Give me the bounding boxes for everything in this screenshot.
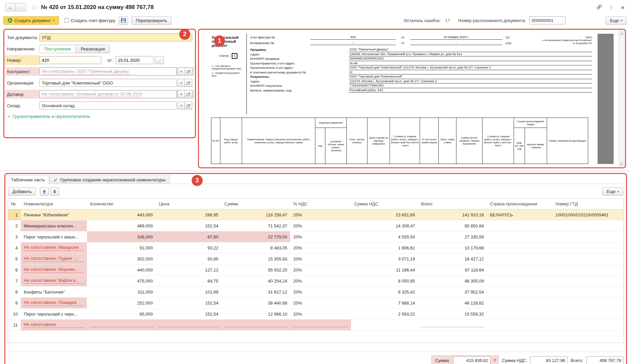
- table-row[interactable]: 10Пирог тирольский с черн...85,000152,54…: [8, 309, 623, 320]
- cell-vat[interactable]: 20%: [290, 209, 351, 220]
- cell-total[interactable]: 18 427,12: [418, 253, 487, 264]
- col-nomenclature[interactable]: Номенклатура: [21, 199, 87, 209]
- cell-price[interactable]: 152,54: [156, 220, 221, 231]
- cell-qty[interactable]: 443,000: [87, 209, 156, 220]
- cell-price[interactable]: 67,80: [156, 231, 221, 242]
- cell-country[interactable]: [487, 320, 552, 331]
- cell-gtd[interactable]: [552, 231, 623, 242]
- sum-question-mark[interactable]: ?: [494, 358, 497, 363]
- cell-total[interactable]: 46 128,82: [418, 298, 487, 309]
- cell-vat_sum[interactable]: [351, 320, 418, 331]
- table-row[interactable]: 2Миникруассаны классич...469,000152,5471…: [8, 220, 623, 231]
- cell-vat[interactable]: [290, 320, 351, 331]
- cell-vat[interactable]: 20%: [290, 298, 351, 309]
- cell-country[interactable]: [487, 242, 552, 253]
- cell-num[interactable]: 10: [8, 309, 21, 320]
- vat-total-input[interactable]: [530, 356, 567, 364]
- cell-qty[interactable]: [87, 320, 156, 331]
- cell-name[interactable]: Не сопоставлен.: [21, 320, 87, 331]
- cell-num[interactable]: 2: [8, 220, 21, 231]
- table-row[interactable]: 8Конфеты "Батончик"311,000101,6931 627,1…: [8, 287, 623, 298]
- cell-total[interactable]: 85 850,84: [418, 220, 487, 231]
- cell-sum[interactable]: 55 932,20: [221, 264, 290, 276]
- col-quantity[interactable]: Количество: [87, 199, 156, 209]
- table-row[interactable]: 3Пирог тирольский с вишн...336,00067,802…: [8, 231, 623, 242]
- cell-num[interactable]: 9: [8, 298, 21, 309]
- cell-gtd[interactable]: [552, 276, 623, 287]
- organization-field[interactable]: Торговый дом "Комплексный" ООО: [39, 79, 177, 87]
- table-row[interactable]: 9Не сопоставлен: Помадка252,000152,5438 …: [8, 298, 623, 309]
- cell-name[interactable]: Пирог тирольский с черн...: [21, 309, 87, 320]
- cell-num[interactable]: 1: [8, 209, 21, 220]
- cell-country[interactable]: [487, 276, 552, 287]
- cell-vat[interactable]: 20%: [290, 253, 351, 264]
- organization-open-button[interactable]: [185, 79, 192, 87]
- table-row[interactable]: 4Не сопоставлен: Макарони91,00093,228 48…: [8, 242, 623, 253]
- cell-sum[interactable]: 118 258,47: [221, 209, 290, 220]
- contract-field[interactable]: Не сопоставлен: Основной договор от 01.0…: [39, 90, 177, 98]
- cell-qty[interactable]: 336,000: [87, 231, 156, 242]
- cell-total[interactable]: 37 952,54: [418, 287, 487, 298]
- cell-sum[interactable]: [221, 320, 290, 331]
- cell-sum[interactable]: 40 254,24: [221, 276, 290, 287]
- contract-dropdown-button[interactable]: ▾: [178, 90, 185, 98]
- cell-name[interactable]: Пирог тирольский с вишн...: [21, 231, 87, 242]
- cell-sum[interactable]: 31 627,12: [221, 287, 290, 298]
- cell-country[interactable]: БЕЛАРУСЬ: [487, 209, 552, 220]
- cell-qty[interactable]: 475,000: [87, 276, 156, 287]
- cell-vat[interactable]: 20%: [290, 287, 351, 298]
- cell-country[interactable]: [487, 298, 552, 309]
- cell-total[interactable]: 10 179,66: [418, 242, 487, 253]
- cell-qty[interactable]: 469,000: [87, 220, 156, 231]
- date-picker-button[interactable]: ...: [155, 56, 164, 64]
- more-button-items[interactable]: Еще ▾: [602, 187, 623, 196]
- contract-open-button[interactable]: [185, 90, 192, 98]
- link-icon[interactable]: [597, 4, 602, 11]
- cell-price[interactable]: 266,95: [156, 209, 221, 220]
- cell-price[interactable]: [156, 320, 221, 331]
- tab-tabular-part[interactable]: Табличная часть: [7, 175, 49, 184]
- cell-total[interactable]: 48 305,09: [418, 276, 487, 287]
- cell-num[interactable]: 3: [8, 231, 21, 242]
- col-num[interactable]: №: [8, 199, 21, 209]
- forward-button[interactable]: →: [16, 3, 26, 11]
- col-vat-sum[interactable]: Сумма НДС: [351, 199, 418, 209]
- cell-total[interactable]: 141 910,16: [418, 209, 487, 220]
- direction-option-receipt[interactable]: Поступление: [40, 45, 76, 53]
- consignor-link[interactable]: > Грузоотправитель и грузополучатель: [8, 114, 192, 119]
- tab-group-creation[interactable]: Групповое создание нераспознанной номенк…: [49, 175, 170, 184]
- cell-price[interactable]: 101,69: [156, 287, 221, 298]
- cell-gtd[interactable]: [552, 220, 623, 231]
- cell-gtd[interactable]: [552, 309, 623, 320]
- grand-total-input[interactable]: [586, 356, 624, 364]
- move-down-button[interactable]: [50, 187, 59, 196]
- cell-gtd[interactable]: [552, 253, 623, 264]
- cell-vat_sum[interactable]: 3 071,19: [351, 253, 418, 264]
- cell-sum[interactable]: 71 542,37: [221, 220, 290, 231]
- cell-qty[interactable]: 91,000: [87, 242, 156, 253]
- cell-name[interactable]: Миникруассаны классич...: [21, 220, 87, 231]
- back-button[interactable]: ←: [5, 3, 16, 11]
- cell-vat[interactable]: 20%: [290, 276, 351, 287]
- preview-scrollbar[interactable]: ▲ ▼: [619, 30, 624, 167]
- cell-qty[interactable]: 440,000: [87, 264, 156, 276]
- favorite-star-icon[interactable]: ☆: [31, 3, 37, 11]
- cell-vat_sum[interactable]: 23 651,69: [351, 209, 418, 220]
- cell-vat_sum[interactable]: 2 593,22: [351, 309, 418, 320]
- create-document-button[interactable]: + Создать документ ▾: [3, 16, 59, 25]
- sum-total-input[interactable]: [453, 356, 491, 364]
- cell-gtd[interactable]: [552, 287, 623, 298]
- col-country[interactable]: Страна происхождения: [487, 199, 552, 209]
- cell-qty[interactable]: 85,000: [87, 309, 156, 320]
- cell-country[interactable]: [487, 309, 552, 320]
- cell-sum[interactable]: 15 355,93: [221, 253, 290, 264]
- recheck-button[interactable]: Перепроверить: [131, 16, 172, 25]
- col-gtd[interactable]: Номер ГТД: [552, 199, 623, 209]
- add-button[interactable]: Добавить: [8, 187, 36, 196]
- cell-name[interactable]: Не сопоставлен: Пудинг ...: [21, 253, 87, 264]
- cell-name[interactable]: Не сопоставлен: Мороже...: [21, 264, 87, 276]
- cell-sum[interactable]: 8 483,05: [221, 242, 290, 253]
- create-invoice-checkbox[interactable]: [64, 18, 69, 23]
- cell-qty[interactable]: 311,000: [87, 287, 156, 298]
- cell-price[interactable]: 84,75: [156, 276, 221, 287]
